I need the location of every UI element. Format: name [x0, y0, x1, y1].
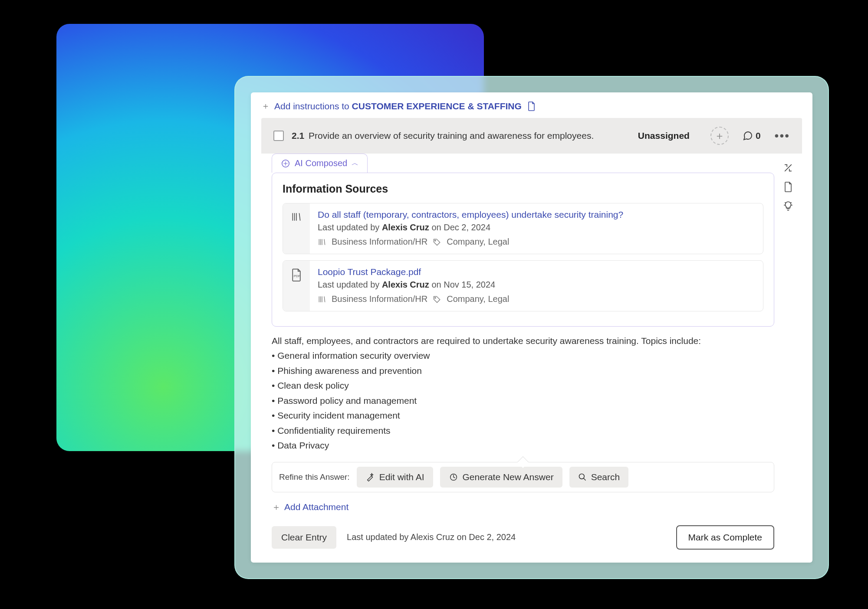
answer-bullet: • Confidentiality requirements — [272, 424, 773, 437]
plus-icon: ＋ — [261, 100, 270, 112]
comment-count-value: 0 — [756, 131, 761, 141]
footer-bar: Clear Entry Last updated by Alexis Cruz … — [272, 525, 774, 550]
chevron-up-icon: ︿ — [352, 159, 358, 168]
ai-composed-tab[interactable]: AI Composed ︿ — [272, 154, 368, 173]
answer-bullet: • General information security overview — [272, 349, 773, 362]
add-attachment-link[interactable]: ＋ Add Attachment — [272, 501, 349, 513]
library-icon — [291, 211, 302, 223]
add-attachment-label: Add Attachment — [284, 502, 349, 512]
footer-updated-meta: Last updated by Alexis Cruz on Dec 2, 20… — [347, 532, 516, 542]
ai-sparkle-icon — [281, 159, 290, 168]
question-text: 2.1 Provide an overview of security trai… — [292, 131, 594, 141]
main-card: ＋ Add instructions to CUSTOMER EXPERIENC… — [251, 92, 812, 563]
svg-point-1 — [435, 240, 436, 241]
source-tags: Business Information/HR Company, Legal — [318, 237, 755, 247]
add-instructions-link[interactable]: ＋ Add instructions to CUSTOMER EXPERIENC… — [251, 92, 812, 118]
source-tag-list: Company, Legal — [447, 294, 509, 304]
question-number: 2.1 — [292, 131, 304, 141]
information-sources-panel: Information Sources Do all staff (tempor… — [272, 173, 774, 327]
body-area: AI Composed ︿ Information Sources Do all… — [261, 154, 802, 563]
tag-icon — [433, 295, 441, 304]
instructions-section: CUSTOMER EXPERIENCE & STAFFING — [352, 101, 522, 111]
question-body: Provide an overview of security training… — [309, 131, 594, 141]
source-item: Do all staff (temporary, contractors, em… — [283, 203, 763, 254]
question-checkbox[interactable] — [273, 131, 284, 141]
svg-point-3 — [435, 297, 436, 298]
more-menu-button[interactable]: ••• — [775, 129, 790, 143]
answer-bullet: • Security incident management — [272, 409, 773, 422]
add-assignee-button[interactable]: ＋ — [710, 127, 729, 145]
side-rail — [774, 154, 802, 559]
answer-bullet: • Phishing awareness and prevention — [272, 364, 773, 377]
generate-new-answer-button[interactable]: Generate New Answer — [440, 467, 562, 488]
instructions-prefix: Add instructions to — [274, 101, 352, 111]
source-link[interactable]: Loopio Trust Package.pdf — [318, 267, 755, 277]
source-category: Business Information/HR — [332, 237, 427, 247]
glass-panel: ＋ Add instructions to CUSTOMER EXPERIENC… — [234, 76, 829, 579]
tag-icon — [433, 238, 441, 246]
mark-complete-button[interactable]: Mark as Complete — [676, 525, 774, 550]
answer-bullet: • Password policy and management — [272, 394, 773, 407]
source-updated: Last updated by Alexis Cruz on Dec 2, 20… — [318, 223, 755, 232]
source-category: Business Information/HR — [332, 294, 427, 304]
svg-point-5 — [579, 474, 584, 479]
lightbulb-icon[interactable] — [783, 200, 794, 212]
source-item: PDF Loopio Trust Package.pdf Last update… — [283, 260, 763, 311]
clear-entry-button[interactable]: Clear Entry — [272, 526, 336, 549]
answer-body: All staff, employees, and contractors ar… — [272, 327, 774, 452]
document-icon[interactable] — [783, 181, 794, 193]
document-icon — [528, 102, 536, 111]
ai-tab-label: AI Composed — [295, 158, 347, 168]
source-tags: Business Information/HR Company, Legal — [318, 294, 755, 304]
answer-bullet: • Data Privacy — [272, 439, 773, 452]
pdf-icon: PDF — [291, 268, 302, 282]
library-icon — [318, 238, 326, 246]
answer-bullet: • Clean desk policy — [272, 379, 773, 392]
refine-toolbar: Refine this Answer: Edit with AI Generat… — [272, 462, 774, 492]
regenerate-icon — [449, 472, 458, 482]
sources-title: Information Sources — [283, 183, 763, 195]
refine-label: Refine this Answer: — [279, 472, 350, 482]
answer-intro: All staff, employees, and contractors ar… — [272, 334, 773, 347]
comments-button[interactable]: 0 — [743, 131, 761, 141]
edit-with-ai-button[interactable]: Edit with AI — [357, 467, 433, 488]
expand-icon[interactable] — [783, 162, 794, 174]
plus-icon: ＋ — [272, 501, 281, 513]
source-tag-list: Company, Legal — [447, 237, 509, 247]
comment-icon — [743, 131, 753, 141]
assignee-label[interactable]: Unassigned — [638, 131, 690, 141]
search-button[interactable]: Search — [569, 467, 629, 488]
search-icon — [578, 473, 587, 481]
library-icon — [318, 295, 326, 304]
source-updated: Last updated by Alexis Cruz on Nov 15, 2… — [318, 280, 755, 290]
question-header: 2.1 Provide an overview of security trai… — [261, 118, 802, 154]
source-link[interactable]: Do all staff (temporary, contractors, em… — [318, 210, 755, 220]
svg-text:PDF: PDF — [294, 274, 300, 278]
wand-icon — [365, 472, 375, 482]
